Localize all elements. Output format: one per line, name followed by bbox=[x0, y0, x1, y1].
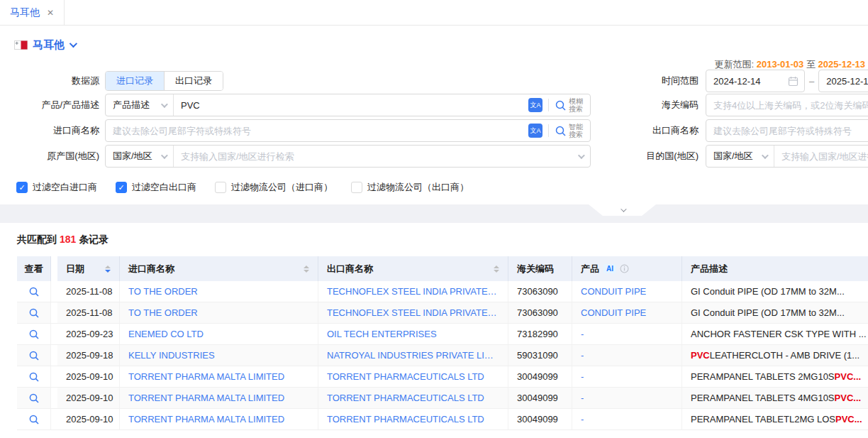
fuzzy-search-button[interactable]: 模糊 搜索 bbox=[555, 97, 590, 113]
col-view: 查看 bbox=[17, 256, 51, 281]
col-importer[interactable]: 进口商名称 bbox=[120, 256, 318, 281]
exporter-input[interactable] bbox=[706, 119, 868, 142]
col-date[interactable]: 日期 bbox=[57, 256, 120, 281]
translate-icon[interactable]: 文A bbox=[528, 98, 542, 112]
checkbox-icon[interactable] bbox=[351, 182, 362, 193]
results-section: 共匹配到181条记录 查看 日期 进口商名称 出口商名称 海关编码 产品 AI bbox=[0, 223, 868, 430]
table-row: 2025-09-10 TORRENT PHARMA MALTA LIMITED … bbox=[17, 409, 868, 430]
exporter-link[interactable]: TECHNOFLEX STEEL INDIA PRIVATE LIMITED bbox=[327, 286, 499, 297]
origin-label: 原产国(地区) bbox=[0, 145, 99, 168]
record-date: 2025-11-08 bbox=[57, 302, 120, 323]
table-row: 2025-09-10 TORRENT PHARMA MALTA LIMITED … bbox=[17, 366, 868, 388]
table-row: 2025-09-23 ENEMED CO LTD OIL TECH ENTERP… bbox=[17, 324, 868, 345]
importer-link[interactable]: TORRENT PHARMA MALTA LIMITED bbox=[128, 393, 284, 403]
date-start-field[interactable] bbox=[706, 76, 788, 87]
filter-checkbox[interactable]: ✓ 过滤空白进口商 bbox=[16, 181, 97, 194]
product-link: - bbox=[581, 329, 584, 339]
view-record-button[interactable] bbox=[17, 281, 51, 302]
tab-malta[interactable]: 马耳他 ✕ bbox=[0, 0, 65, 25]
record-description: ANCHOR FASTENER CSK TYPE WITH ... bbox=[682, 324, 868, 344]
panel-band bbox=[0, 204, 868, 223]
destination-type-select[interactable]: 国家/地区 bbox=[706, 146, 774, 167]
importer-link[interactable]: KELLY INDUSTRIES bbox=[128, 350, 215, 361]
exporter-link[interactable]: TORRENT PHARMACEUTICALS LTD bbox=[327, 393, 484, 403]
chevron-down-icon bbox=[621, 206, 626, 212]
sort-icons[interactable] bbox=[494, 265, 499, 273]
exporter-link[interactable]: NATROYAL INDUSTRIES PRIVATE LIMITED bbox=[327, 350, 499, 361]
table-body: 2025-11-08 TO THE ORDER TECHNOFLEX STEEL… bbox=[17, 281, 868, 430]
product-link[interactable]: CONDUIT PIPE bbox=[581, 286, 646, 297]
sort-icons[interactable] bbox=[304, 265, 309, 273]
view-record-button[interactable] bbox=[17, 409, 51, 429]
record-date: 2025-09-10 bbox=[57, 409, 120, 429]
import-records-tab[interactable]: 进口记录 bbox=[106, 72, 164, 90]
country-header[interactable]: 马耳他 bbox=[14, 35, 868, 54]
table-header: 查看 日期 进口商名称 出口商名称 海关编码 产品 AI bbox=[17, 256, 868, 281]
importer-label: 进口商名称 bbox=[0, 119, 99, 142]
chevron-down-icon[interactable] bbox=[69, 40, 77, 48]
record-hs-code: 30049099 bbox=[508, 388, 572, 408]
product-link: - bbox=[581, 350, 584, 361]
importer-search-input[interactable] bbox=[106, 126, 528, 136]
table-row: 2025-11-08 TO THE ORDER TECHNOFLEX STEEL… bbox=[17, 281, 868, 302]
destination-search-input[interactable] bbox=[774, 151, 868, 162]
product-search-input[interactable] bbox=[174, 100, 528, 111]
importer-link[interactable]: TORRENT PHARMA MALTA LIMITED bbox=[128, 371, 284, 382]
exporter-link[interactable]: TORRENT PHARMACEUTICALS LTD bbox=[327, 371, 484, 382]
chevron-down-icon bbox=[161, 101, 168, 108]
hs-code-field[interactable] bbox=[706, 100, 868, 111]
date-start-input[interactable] bbox=[706, 70, 805, 92]
filter-row-datasource: 数据源 进口记录 出口记录 时间范围 – bbox=[0, 71, 868, 91]
product-type-select[interactable]: 产品描述 bbox=[106, 94, 174, 116]
record-description: GI Conduit PIPE (OD 17MM to 32M... bbox=[682, 302, 868, 323]
magnifier-icon bbox=[28, 329, 40, 340]
col-description: 产品描述 bbox=[682, 256, 868, 281]
exporter-field[interactable] bbox=[706, 126, 868, 136]
hs-code-input[interactable] bbox=[706, 94, 868, 116]
checkbox-icon[interactable] bbox=[215, 182, 226, 193]
translate-icon[interactable]: 文A bbox=[528, 124, 542, 138]
exporter-link[interactable]: TORRENT PHARMACEUTICALS LTD bbox=[327, 414, 484, 425]
origin-search-input[interactable] bbox=[174, 151, 578, 162]
collapse-filters-button[interactable] bbox=[589, 204, 656, 216]
exporter-label: 出口商名称 bbox=[599, 119, 699, 142]
records-table: 查看 日期 进口商名称 出口商名称 海关编码 产品 AI bbox=[17, 256, 868, 430]
export-records-tab[interactable]: 出口记录 bbox=[164, 72, 223, 90]
checkbox-icon[interactable]: ✓ bbox=[116, 182, 127, 193]
importer-link[interactable]: TO THE ORDER bbox=[128, 307, 198, 318]
product-link[interactable]: CONDUIT PIPE bbox=[581, 307, 646, 318]
importer-link[interactable]: TORRENT PHARMA MALTA LIMITED bbox=[128, 414, 284, 425]
col-hs-code: 海关编码 bbox=[508, 256, 572, 281]
sort-icons[interactable] bbox=[105, 265, 111, 273]
magnifier-icon bbox=[28, 371, 40, 383]
filter-checkbox[interactable]: 过滤物流公司（出口商） bbox=[351, 181, 469, 194]
smart-search-button[interactable]: 智能 搜索 bbox=[555, 123, 590, 138]
checkbox-label: 过滤物流公司（出口商） bbox=[367, 181, 469, 194]
view-record-button[interactable] bbox=[17, 388, 51, 408]
view-record-button[interactable] bbox=[17, 324, 51, 344]
view-record-button[interactable] bbox=[17, 302, 51, 323]
view-record-button[interactable] bbox=[17, 345, 51, 366]
close-icon[interactable]: ✕ bbox=[47, 8, 54, 18]
record-hs-code: 73063090 bbox=[508, 302, 572, 323]
filter-row-product: 产品/产品描述 产品描述 文A 模糊 搜索 bbox=[0, 94, 868, 116]
exporter-link[interactable]: TECHNOFLEX STEEL INDIA PRIVATE LIMITED bbox=[327, 307, 499, 318]
checkbox-icon[interactable]: ✓ bbox=[16, 182, 28, 193]
view-record-button[interactable] bbox=[17, 366, 51, 387]
checkbox-label: 过滤空白出口商 bbox=[132, 181, 196, 194]
info-icon[interactable] bbox=[620, 264, 629, 273]
date-end-input[interactable] bbox=[818, 70, 868, 92]
col-exporter[interactable]: 出口商名称 bbox=[318, 256, 508, 281]
origin-type-select[interactable]: 国家/地区 bbox=[106, 146, 174, 167]
filter-checkbox[interactable]: ✓ 过滤空白出口商 bbox=[116, 181, 196, 194]
time-range-label: 时间范围 bbox=[599, 71, 699, 91]
record-date: 2025-11-08 bbox=[57, 281, 120, 302]
country-name: 马耳他 bbox=[33, 38, 65, 52]
date-end-field[interactable] bbox=[819, 76, 868, 87]
filter-panel: 马耳他 更新范围: 2013-01-03 至 2025-12-13 数据源 进口… bbox=[0, 26, 868, 195]
magnifier-icon bbox=[28, 393, 40, 404]
exporter-link[interactable]: OIL TECH ENTERPRISES bbox=[327, 329, 437, 339]
importer-link[interactable]: ENEMED CO LTD bbox=[128, 329, 204, 339]
filter-checkbox[interactable]: 过滤物流公司（进口商） bbox=[215, 181, 333, 194]
importer-link[interactable]: TO THE ORDER bbox=[128, 286, 198, 297]
